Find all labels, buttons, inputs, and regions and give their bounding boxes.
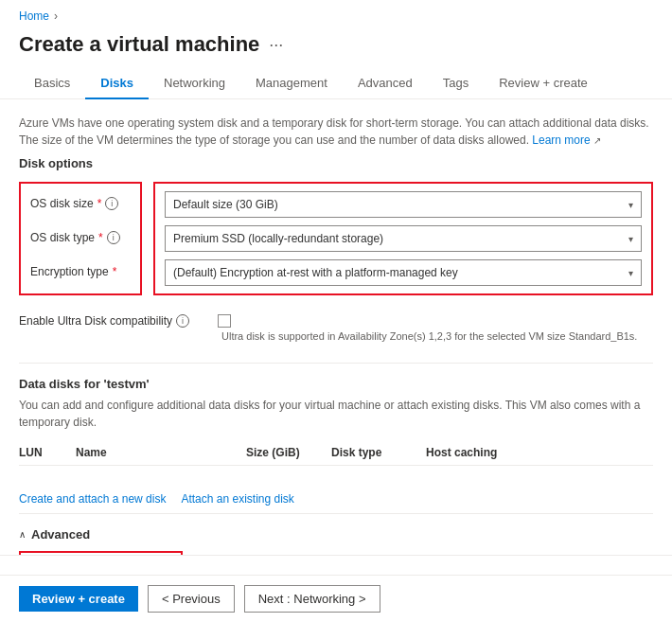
- advanced-header[interactable]: ∧ Advanced: [19, 527, 653, 542]
- data-disks-title: Data disks for 'testvm': [19, 377, 653, 391]
- section-divider: [19, 363, 653, 364]
- encryption-type-label: Encryption type *: [30, 259, 131, 284]
- os-disk-size-dropdown[interactable]: Default size (30 GiB) ▾: [165, 191, 642, 218]
- breadcrumb: Home ›: [0, 0, 672, 27]
- os-disk-size-value: Default size (30 GiB): [173, 198, 278, 211]
- ultra-disk-info-icon[interactable]: i: [176, 314, 189, 328]
- tab-tags[interactable]: Tags: [428, 68, 484, 99]
- chevron-down-icon: ▾: [628, 200, 633, 210]
- ultra-disk-row: Enable Ultra Disk compatibility i Ultra …: [19, 311, 653, 347]
- col-size: Size (GiB): [246, 446, 331, 459]
- encryption-type-dropdown[interactable]: (Default) Encryption at-rest with a plat…: [165, 259, 642, 286]
- external-link-icon: ↗: [593, 135, 601, 146]
- tab-basics[interactable]: Basics: [19, 68, 85, 99]
- page-header: Create a virtual machine ···: [0, 27, 672, 68]
- breadcrumb-home[interactable]: Home: [19, 9, 49, 23]
- attach-existing-disk-link[interactable]: Attach an existing disk: [181, 492, 293, 506]
- disk-dropdowns-panel: Default size (30 GiB) ▾ Premium SSD (loc…: [153, 182, 653, 295]
- chevron-up-icon: ∧: [19, 529, 26, 540]
- encryption-type-required: *: [113, 265, 117, 278]
- section-divider-2: [19, 513, 653, 514]
- os-disk-type-value: Premium SSD (locally-redundant storage): [173, 232, 383, 245]
- data-disks-table-body: [19, 466, 653, 485]
- previous-button[interactable]: < Previous: [148, 585, 235, 613]
- tab-bar: Basics Disks Networking Management Advan…: [0, 68, 672, 99]
- tab-management[interactable]: Management: [240, 68, 343, 99]
- ultra-disk-note: Ultra disk is supported in Availability …: [221, 329, 637, 344]
- chevron-down-icon: ▾: [628, 234, 633, 244]
- review-create-button[interactable]: Review + create: [19, 586, 138, 612]
- os-disk-type-label: OS disk type * i: [30, 225, 131, 250]
- disk-labels-panel: OS disk size * i OS disk type * i Encryp…: [19, 182, 142, 295]
- footer-actions: Review + create < Previous Next : Networ…: [0, 575, 672, 622]
- next-button[interactable]: Next : Networking >: [244, 585, 380, 613]
- disk-options-container: OS disk size * i OS disk type * i Encryp…: [19, 182, 653, 295]
- learn-more-link[interactable]: Learn more: [532, 133, 590, 147]
- disk-options-title: Disk options: [19, 156, 653, 170]
- os-disk-size-label: OS disk size * i: [30, 191, 131, 216]
- more-options-icon[interactable]: ···: [269, 35, 283, 55]
- data-disks-table-header: LUN Name Size (GiB) Disk type Host cachi…: [19, 440, 653, 466]
- os-disk-size-info-icon[interactable]: i: [105, 197, 118, 210]
- chevron-down-icon: ▾: [628, 268, 633, 278]
- main-content: Azure VMs have one operating system disk…: [0, 99, 672, 622]
- tab-networking[interactable]: Networking: [149, 68, 240, 99]
- tab-disks[interactable]: Disks: [85, 68, 149, 99]
- tab-review-create[interactable]: Review + create: [484, 68, 603, 99]
- data-disks-description: You can add and configure additional dat…: [19, 397, 653, 431]
- encryption-type-value: (Default) Encryption at-rest with a plat…: [173, 266, 458, 279]
- breadcrumb-separator: ›: [54, 9, 58, 23]
- create-attach-disk-link[interactable]: Create and attach a new disk: [19, 492, 166, 506]
- os-disk-type-dropdown[interactable]: Premium SSD (locally-redundant storage) …: [165, 225, 642, 252]
- col-disk-type: Disk type: [331, 446, 426, 459]
- table-actions: Create and attach a new disk Attach an e…: [19, 492, 653, 506]
- os-disk-type-info-icon[interactable]: i: [107, 231, 120, 244]
- ultra-disk-checkbox[interactable]: [218, 314, 231, 328]
- col-name: Name: [76, 446, 246, 459]
- advanced-section-title: Advanced: [31, 527, 90, 542]
- os-disk-size-required: *: [97, 197, 102, 210]
- col-host-caching: Host caching: [426, 446, 539, 459]
- ultra-disk-checkbox-container: Ultra disk is supported in Availability …: [218, 314, 637, 344]
- os-disk-type-required: *: [98, 231, 103, 244]
- ultra-disk-label: Enable Ultra Disk compatibility i: [19, 314, 208, 328]
- disk-description: Azure VMs have one operating system disk…: [19, 115, 653, 149]
- tab-advanced[interactable]: Advanced: [343, 68, 428, 99]
- col-lun: LUN: [19, 446, 76, 459]
- page-title: Create a virtual machine: [19, 32, 259, 57]
